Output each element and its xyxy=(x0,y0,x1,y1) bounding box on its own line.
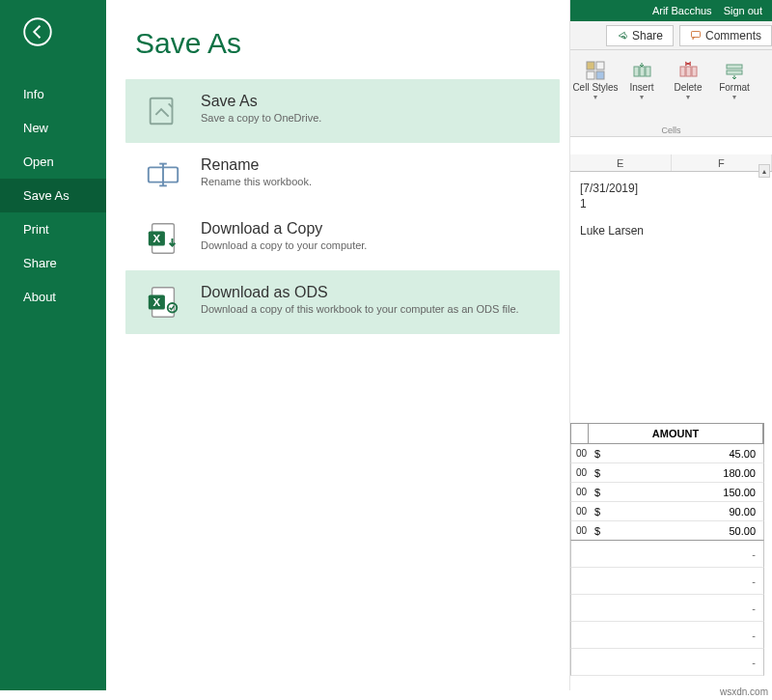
sidebar-item-print[interactable]: Print xyxy=(0,212,106,246)
option-save-as[interactable]: Save As Save a copy to OneDrive. xyxy=(125,79,560,143)
save-as-options: Save As Save a copy to OneDrive. Rename … xyxy=(106,79,569,334)
excel-file-icon: X xyxy=(145,220,181,257)
amount-value: - xyxy=(608,657,763,668)
svg-rect-18 xyxy=(634,67,639,76)
share-label: Share xyxy=(632,29,663,42)
sidebar-item-about[interactable]: About xyxy=(0,280,106,314)
spreadsheet-background: Arif Bacchus Sign out Share Comments Cel… xyxy=(569,0,772,690)
svg-rect-23 xyxy=(692,67,697,76)
share-button[interactable]: Share xyxy=(606,25,674,46)
sidebar-item-share[interactable]: Share xyxy=(0,246,106,280)
ribbon-label: Delete xyxy=(675,82,703,93)
account-user[interactable]: Arif Bacchus xyxy=(652,5,712,16)
svg-rect-14 xyxy=(587,62,594,70)
svg-rect-1 xyxy=(151,98,173,125)
sidebar-item-info[interactable]: Info xyxy=(0,77,106,111)
amount-header-edge xyxy=(571,424,589,443)
option-rename[interactable]: Rename Rename this workbook. xyxy=(125,143,560,207)
cell-date[interactable]: [7/31/2019] xyxy=(580,182,772,195)
svg-text:X: X xyxy=(153,233,161,244)
svg-rect-24 xyxy=(727,65,742,69)
table-row[interactable]: 00$90.00 xyxy=(570,502,764,521)
option-title: Download a Copy xyxy=(201,220,367,238)
option-download-copy[interactable]: X Download a Copy Download a copy to you… xyxy=(125,207,560,270)
signout-link[interactable]: Sign out xyxy=(724,5,762,16)
backstage-main: Save As Save As Save a copy to OneDrive.… xyxy=(106,0,569,690)
table-row[interactable]: - xyxy=(570,568,764,595)
currency-symbol: $ xyxy=(589,525,608,537)
sidebar-item-new[interactable]: New xyxy=(0,111,106,145)
column-headers: E F xyxy=(570,154,772,172)
ribbon-group-label: Cells xyxy=(570,126,772,135)
table-row[interactable]: - xyxy=(570,541,764,568)
delete-cells-icon xyxy=(678,61,698,80)
amount-header: AMOUNT xyxy=(589,424,763,443)
table-row[interactable]: - xyxy=(570,595,764,622)
table-row[interactable]: - xyxy=(570,649,764,676)
svg-rect-21 xyxy=(680,67,685,76)
back-arrow-icon xyxy=(23,17,52,46)
svg-rect-22 xyxy=(686,67,691,76)
ribbon-format[interactable]: Format ▾ xyxy=(711,55,758,136)
amount-header-row: AMOUNT xyxy=(570,423,764,444)
col-header-f[interactable]: F xyxy=(672,154,773,171)
currency-symbol: $ xyxy=(589,487,608,498)
svg-rect-17 xyxy=(596,71,604,79)
currency-symbol: $ xyxy=(589,506,608,518)
row-edge: 00 xyxy=(571,525,589,536)
amount-value: 90.00 xyxy=(608,506,763,518)
amount-value: - xyxy=(608,548,763,560)
table-row[interactable]: 00$45.00 xyxy=(570,444,764,463)
table-row[interactable]: 00$180.00 xyxy=(570,463,764,483)
amount-value: 150.00 xyxy=(608,487,763,498)
table-row[interactable]: - xyxy=(570,622,764,649)
col-header-e[interactable]: E xyxy=(570,154,672,171)
svg-rect-20 xyxy=(646,67,650,76)
ribbon-delete[interactable]: Delete ▾ xyxy=(665,55,711,136)
share-icon xyxy=(617,30,628,42)
amount-value: - xyxy=(608,602,763,614)
ribbon-insert[interactable]: Insert ▾ xyxy=(619,55,665,136)
dropdown-icon: ▾ xyxy=(732,93,736,101)
table-row[interactable]: 00$50.00 xyxy=(570,521,764,541)
amount-value: 180.00 xyxy=(608,467,763,479)
save-as-icon xyxy=(145,93,181,129)
row-edge: 00 xyxy=(571,487,589,497)
sidebar-menu: Info New Open Save As Print Share About xyxy=(0,77,106,314)
option-download-ods[interactable]: X Download as ODS Download a copy of thi… xyxy=(125,270,560,334)
back-button[interactable] xyxy=(0,0,106,58)
cell-date-block: [7/31/2019] 1 xyxy=(570,172,772,210)
sidebar-item-save-as[interactable]: Save As xyxy=(0,179,106,212)
dropdown-icon: ▾ xyxy=(640,93,644,101)
svg-text:X: X xyxy=(153,296,161,308)
svg-rect-15 xyxy=(596,62,604,70)
option-title: Save As xyxy=(201,93,321,110)
cell-number[interactable]: 1 xyxy=(580,197,772,210)
option-title: Download as ODS xyxy=(201,284,519,301)
cell-name[interactable]: Luke Larsen xyxy=(570,210,772,238)
ribbon-cell-styles[interactable]: Cell Styles ▾ xyxy=(572,55,619,136)
comment-icon xyxy=(690,30,702,42)
backstage-sidebar: Info New Open Save As Print Share About xyxy=(0,0,106,690)
table-row[interactable]: 00$150.00 xyxy=(570,483,764,502)
amount-value: 45.00 xyxy=(608,448,763,460)
sidebar-item-open[interactable]: Open xyxy=(0,145,106,179)
dropdown-icon: ▾ xyxy=(593,93,597,101)
option-desc: Save a copy to OneDrive. xyxy=(201,112,321,124)
row-edge: 00 xyxy=(571,467,589,478)
sheet-area: [7/31/2019] 1 Luke Larsen AMOUNT 00$45.0… xyxy=(570,172,772,238)
svg-rect-13 xyxy=(691,31,700,37)
amount-value: - xyxy=(608,575,763,587)
amount-table: AMOUNT 00$45.0000$180.0000$150.0000$90.0… xyxy=(570,423,764,676)
dropdown-icon: ▾ xyxy=(686,93,690,101)
amount-value: - xyxy=(608,630,763,641)
comments-label: Comments xyxy=(705,29,761,42)
comments-button[interactable]: Comments xyxy=(679,25,772,46)
ribbon-label: Cell Styles xyxy=(572,82,618,93)
row-edge: 00 xyxy=(571,448,589,459)
svg-rect-16 xyxy=(587,71,594,79)
svg-rect-19 xyxy=(640,67,645,76)
ribbon-top: Share Comments xyxy=(570,21,772,50)
currency-symbol: $ xyxy=(589,448,608,460)
cell-styles-icon xyxy=(586,61,605,80)
